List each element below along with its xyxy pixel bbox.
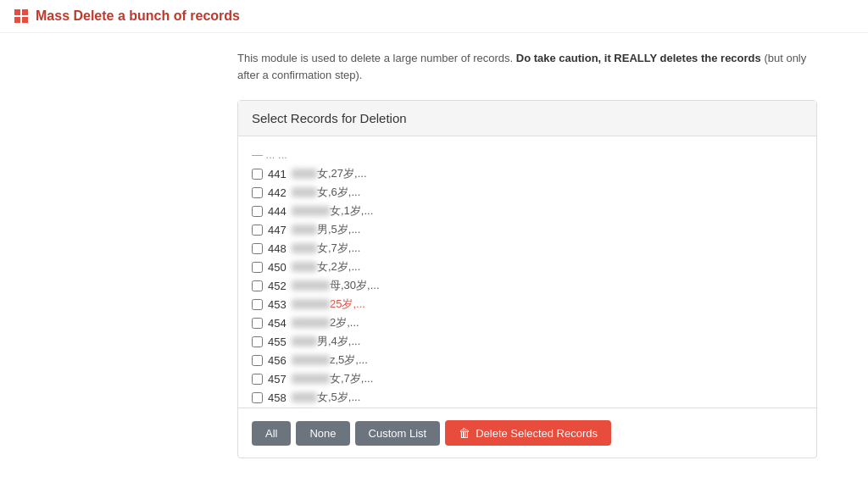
delete-button-label: Delete Selected Records [476, 427, 598, 440]
delete-selected-button[interactable]: 🗑 Delete Selected Records [445, 420, 611, 446]
blurred-name [292, 206, 330, 216]
blurred-name [292, 299, 330, 309]
content-area: This module is used to delete a large nu… [0, 33, 868, 475]
list-item: 450 女,2岁,... [252, 258, 803, 276]
svg-rect-1 [22, 9, 28, 15]
list-item: 441 女,27岁,... [252, 164, 803, 183]
blurred-name [292, 336, 317, 347]
description-normal: This module is used to delete a large nu… [237, 52, 516, 64]
ellipsis-row: — ... ... [252, 145, 803, 164]
blurred-name [292, 280, 330, 291]
svg-rect-3 [22, 17, 28, 23]
none-button[interactable]: None [296, 421, 349, 446]
list-item: 455 男,4岁,... [252, 332, 803, 351]
list-item: 454 2岁,... [252, 313, 803, 332]
list-item: 456 z,5岁,... [252, 351, 803, 369]
blurred-name [292, 187, 317, 197]
page-title: Mass Delete a bunch of records [36, 8, 240, 24]
record-checkbox-454[interactable] [252, 318, 263, 329]
list-item: 447 男,5岁,... [252, 220, 803, 239]
svg-rect-0 [14, 9, 20, 15]
panel-header: Select Records for Deletion [238, 101, 816, 136]
blurred-name [292, 392, 317, 402]
record-checkbox-448[interactable] [252, 243, 263, 254]
record-checkbox-452[interactable] [252, 280, 263, 291]
description-bold: Do take caution, it REALLY deletes the r… [516, 52, 761, 64]
page-header: Mass Delete a bunch of records [0, 0, 868, 33]
blurred-name [292, 169, 317, 179]
record-checkbox-453[interactable] [252, 299, 263, 310]
blurred-name [292, 374, 330, 384]
record-checkbox-441[interactable] [252, 169, 263, 180]
blurred-name [292, 243, 317, 253]
list-item: 444 女,1岁,... [252, 202, 803, 220]
record-checkbox-455[interactable] [252, 336, 263, 347]
list-item: 442 女,6岁,... [252, 183, 803, 202]
blurred-name [292, 355, 330, 365]
custom-list-button[interactable]: Custom List [355, 421, 441, 446]
grid-icon [14, 8, 29, 24]
blurred-name [292, 318, 330, 328]
trash-icon: 🗑 [459, 426, 470, 440]
records-panel: Select Records for Deletion — ... ... 44… [237, 100, 817, 458]
list-item: 452 母,30岁,... [252, 276, 803, 295]
record-checkbox-458[interactable] [252, 392, 263, 403]
records-list: — ... ... 441 女,27岁,... 442 女,6岁,... 444… [238, 136, 816, 408]
record-checkbox-442[interactable] [252, 187, 263, 198]
record-checkbox-457[interactable] [252, 374, 263, 385]
record-checkbox-456[interactable] [252, 355, 263, 366]
blurred-name [292, 225, 317, 235]
list-item: 453 25岁,... [252, 295, 803, 313]
blurred-name [292, 262, 317, 272]
all-button[interactable]: All [252, 421, 291, 446]
svg-rect-2 [14, 17, 20, 23]
list-item: 457 女,7岁,... [252, 369, 803, 388]
description-text: This module is used to delete a large nu… [237, 50, 817, 83]
list-item: 458 女,5岁,... [252, 388, 803, 407]
record-checkbox-447[interactable] [252, 225, 263, 236]
list-item: 448 女,7岁,... [252, 239, 803, 258]
record-checkbox-444[interactable] [252, 206, 263, 217]
panel-footer: All None Custom List 🗑 Delete Selected R… [238, 408, 816, 458]
record-checkbox-450[interactable] [252, 262, 263, 273]
